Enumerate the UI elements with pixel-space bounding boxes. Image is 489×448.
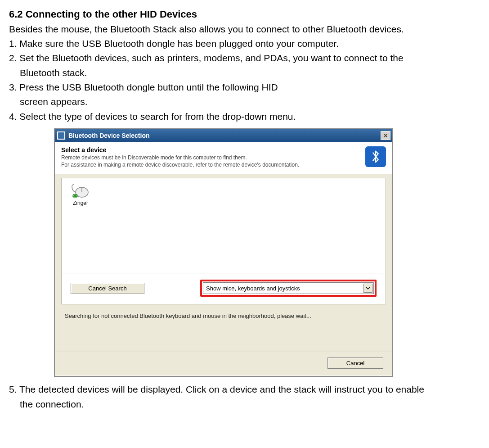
dialog-titlebar: Bluetooth Device Selection × bbox=[55, 129, 392, 142]
banner-line-1: Remote devices must be in Discoverable m… bbox=[61, 154, 299, 162]
step-5-cont: the connection. bbox=[9, 398, 480, 411]
dialog-banner: Select a device Remote devices must be i… bbox=[55, 142, 392, 174]
mouse-icon bbox=[71, 183, 90, 198]
bluetooth-dialog: Bluetooth Device Selection × Select a de… bbox=[54, 128, 393, 377]
step-5: 5. The detected devices will be displaye… bbox=[9, 383, 480, 396]
cancel-search-button[interactable]: Cancel Search bbox=[71, 283, 144, 294]
step-2: 2. Set the Bluetooth devices, such as pr… bbox=[9, 52, 480, 64]
step-4: 4. Select the type of devices to search … bbox=[9, 110, 480, 123]
chevron-down-icon bbox=[363, 284, 372, 293]
close-button[interactable]: × bbox=[381, 131, 390, 140]
device-item[interactable]: Zinger bbox=[67, 183, 94, 206]
search-controls: Cancel Search Show mice, keyboards and j… bbox=[61, 273, 386, 304]
dropdown-highlight: Show mice, keyboards and joysticks bbox=[200, 280, 377, 297]
dialog-footer: Cancel bbox=[55, 352, 392, 376]
intro-text: Besides the mouse, the Bluetooth Stack a… bbox=[9, 23, 480, 36]
device-label: Zinger bbox=[73, 200, 88, 206]
step-1: 1. Make sure the USB Bluetooth dongle ha… bbox=[9, 37, 480, 50]
dialog-figure: Bluetooth Device Selection × Select a de… bbox=[54, 128, 480, 377]
section-heading: 6.2 Connecting to the other HID Devices bbox=[9, 8, 480, 21]
app-icon bbox=[57, 131, 66, 140]
cancel-button[interactable]: Cancel bbox=[327, 357, 383, 369]
step-3-cont: screen appears. bbox=[9, 95, 480, 108]
bluetooth-icon bbox=[365, 146, 386, 167]
dialog-title: Bluetooth Device Selection bbox=[68, 132, 149, 139]
device-type-dropdown[interactable]: Show mice, keyboards and joysticks bbox=[203, 282, 374, 294]
step-3: 3. Press the USB Bluetooth dongle button… bbox=[9, 81, 480, 94]
dropdown-value: Show mice, keyboards and joysticks bbox=[206, 285, 300, 292]
status-text: Searching for not connected Bluetooth ke… bbox=[61, 304, 386, 324]
close-icon: × bbox=[384, 132, 387, 139]
step-2-cont: Bluetooth stack. bbox=[9, 67, 480, 79]
banner-heading: Select a device bbox=[61, 146, 299, 154]
banner-line-2: For assistance in making a remote device… bbox=[61, 162, 299, 169]
device-list[interactable]: Zinger bbox=[61, 178, 386, 273]
